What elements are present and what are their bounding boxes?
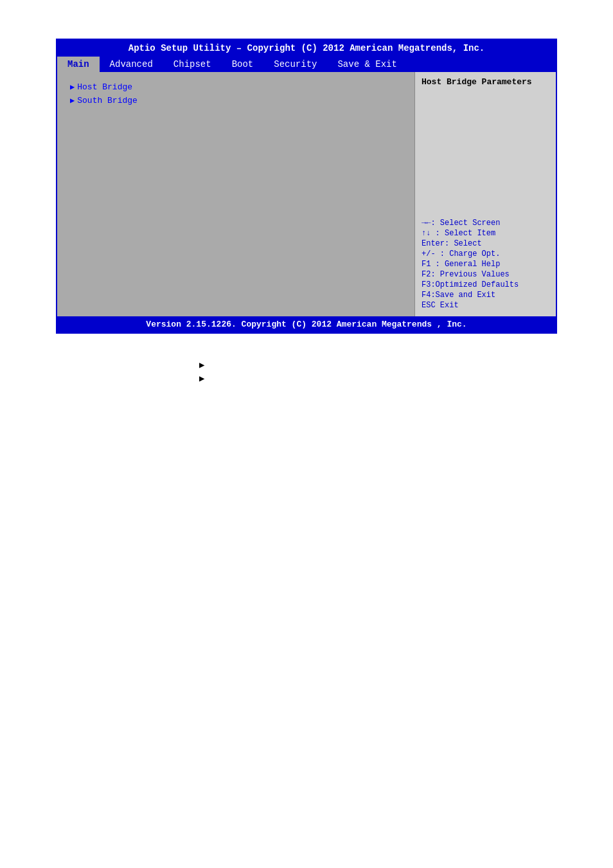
entry-arrow-icon: ▶ bbox=[70, 82, 75, 92]
host-bridge-params: Host Bridge Parameters bbox=[422, 77, 549, 87]
help-divider bbox=[422, 93, 549, 217]
help-line-7: F4:Save and Exit bbox=[422, 291, 549, 300]
title-text: Aptio Setup Utility – Copyright (C) 2012… bbox=[129, 43, 485, 53]
menu-item-advanced[interactable]: Advanced bbox=[100, 57, 163, 72]
title-bar: Aptio Setup Utility – Copyright (C) 2012… bbox=[57, 40, 556, 57]
footer-bar: Version 2.15.1226. Copyright (C) 2012 Am… bbox=[57, 316, 556, 332]
bios-container: Aptio Setup Utility – Copyright (C) 2012… bbox=[56, 39, 557, 334]
help-line-1: ↑↓ : Select Item bbox=[422, 229, 549, 238]
help-line-3: +/- : Charge Opt. bbox=[422, 249, 549, 258]
right-panel: Host Bridge Parameters →←: Select Screen… bbox=[414, 72, 556, 316]
left-panel: ▶Host Bridge▶South Bridge bbox=[57, 72, 414, 316]
menu-item-main[interactable]: Main bbox=[57, 57, 100, 72]
menu-item-save---exit[interactable]: Save & Exit bbox=[327, 57, 407, 72]
footer-text: Version 2.15.1226. Copyright (C) 2012 Am… bbox=[146, 320, 466, 329]
menu-bar: MainAdvancedChipsetBootSecuritySave & Ex… bbox=[57, 57, 556, 72]
entry-south-bridge[interactable]: ▶South Bridge bbox=[70, 96, 402, 105]
help-line-2: Enter: Select bbox=[422, 239, 549, 248]
help-line-0: →←: Select Screen bbox=[422, 219, 549, 228]
entry-label: South Bridge bbox=[77, 96, 138, 105]
entry-arrow-icon: ▶ bbox=[70, 96, 75, 105]
below-bios-arrows: ▶ ▶ bbox=[51, 359, 562, 384]
help-line-6: F3:Optimized Defaults bbox=[422, 280, 549, 289]
help-line-4: F1 : General Help bbox=[422, 260, 549, 269]
below-arrow-1: ▶ bbox=[199, 359, 562, 370]
help-line-5: F2: Previous Values bbox=[422, 270, 549, 279]
below-arrow-2: ▶ bbox=[199, 373, 562, 384]
content-area: ▶Host Bridge▶South Bridge Host Bridge Pa… bbox=[57, 72, 556, 316]
entry-label: Host Bridge bbox=[77, 82, 132, 92]
help-line-8: ESC Exit bbox=[422, 301, 549, 310]
help-section: →←: Select Screen↑↓ : Select ItemEnter: … bbox=[422, 217, 549, 311]
menu-item-security[interactable]: Security bbox=[263, 57, 327, 72]
menu-item-chipset[interactable]: Chipset bbox=[163, 57, 222, 72]
menu-item-boot[interactable]: Boot bbox=[222, 57, 264, 72]
entry-host-bridge[interactable]: ▶Host Bridge bbox=[70, 82, 402, 92]
